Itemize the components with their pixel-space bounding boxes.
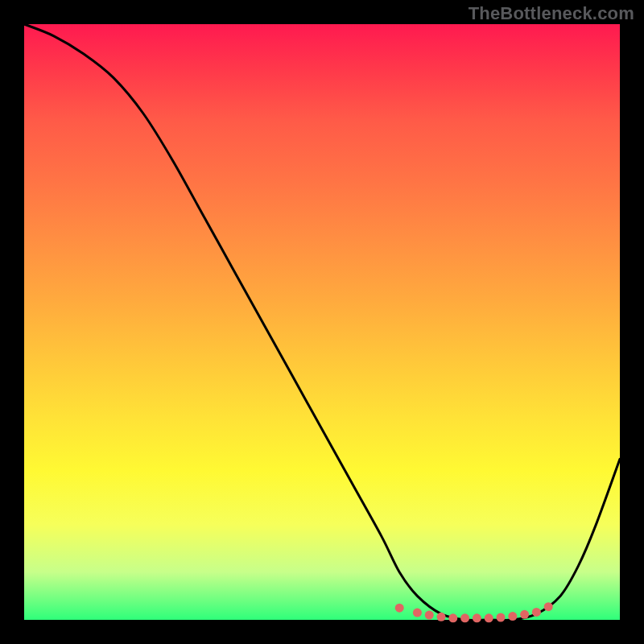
marker-dot <box>497 613 506 622</box>
marker-dot <box>485 613 493 622</box>
marker-dot <box>473 613 481 622</box>
marker-dot <box>520 610 529 619</box>
optimal-zone-markers <box>395 602 553 622</box>
marker-dot <box>532 608 541 617</box>
marker-dot <box>544 602 553 611</box>
marker-dot <box>395 604 404 613</box>
marker-dot <box>508 612 517 621</box>
marker-dot <box>413 609 422 617</box>
plot-area <box>24 24 620 620</box>
marker-dot <box>448 613 457 622</box>
bottleneck-curve <box>24 24 620 621</box>
chart-svg <box>24 24 620 620</box>
marker-dot <box>437 613 446 621</box>
watermark-label: TheBottleneck.com <box>469 3 634 24</box>
marker-dot <box>460 613 469 622</box>
marker-dot <box>425 611 434 620</box>
chart-container: TheBottleneck.com <box>0 0 644 644</box>
